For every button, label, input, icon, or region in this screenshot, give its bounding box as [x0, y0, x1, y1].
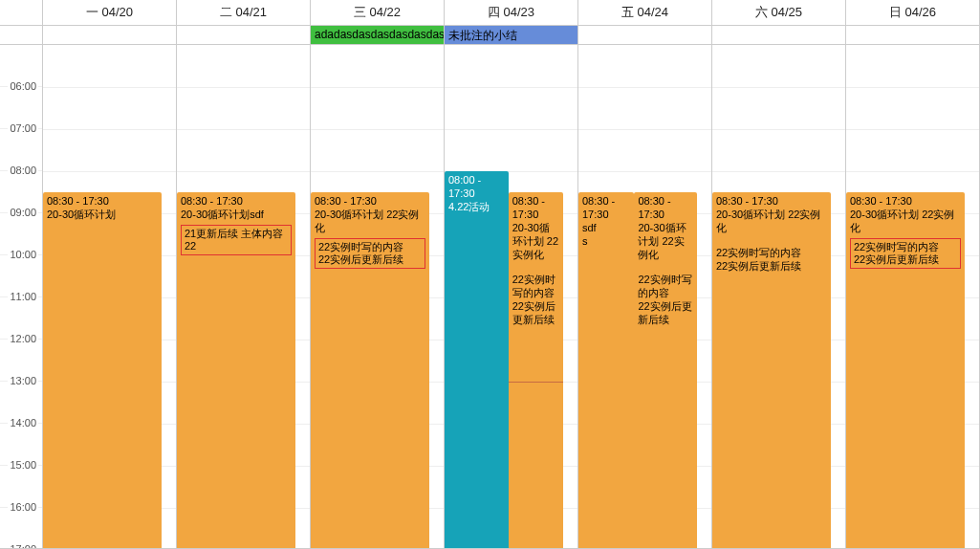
calendar-event[interactable]: 08:30 - 17:3020-30循环计划	[43, 192, 162, 549]
calendar-body: 06:0007:0008:0009:0010:0011:0012:0013:00…	[0, 45, 980, 549]
time-gutter-head	[0, 0, 43, 25]
event-note-line: 22实例后更新后续	[318, 253, 422, 266]
day-header-tue[interactable]: 二 04/21	[177, 0, 311, 25]
event-note-line: 22实例后更新后续	[716, 259, 827, 273]
event-title: 20-30循环计划	[47, 208, 158, 221]
calendar-event[interactable]: 08:30 - 17:3020-30循环计划 22实例化22实例时写的内容22实…	[509, 192, 563, 549]
event-note-line: 22实例时写的内容	[318, 241, 422, 253]
day-col-wed[interactable]: 08:30 - 17:3020-30循环计划 22实例化22实例时写的内容22实…	[311, 45, 445, 549]
day-header-wed[interactable]: 三 04/22	[311, 0, 445, 25]
allday-cell-thu[interactable]: 未批注的小结	[445, 26, 578, 44]
day-header-thu[interactable]: 四 04/23	[445, 0, 578, 25]
day-col-mon[interactable]: 08:30 - 17:3020-30循环计划	[43, 45, 177, 549]
event-note-plain: 22实例时写的内容22实例后更新后续	[716, 246, 827, 273]
time-label: 11:00	[8, 291, 38, 302]
allday-cell-sat[interactable]	[712, 26, 846, 44]
event-note-line: 22实例后更新后续	[854, 253, 957, 266]
time-label: 16:00	[8, 501, 38, 513]
event-title: 20-30循环计划 22实例化	[716, 208, 827, 234]
event-time: 08:30 - 17:30	[850, 194, 961, 208]
event-time: 08:30 - 17:30	[315, 194, 425, 208]
event-note-line: 22实例时写的内容	[512, 273, 559, 299]
event-time: 08:30 - 17:30	[582, 194, 630, 221]
allday-cell-fri[interactable]	[578, 26, 712, 44]
event-note-box[interactable]: 22实例时写的内容22实例后更新后续	[850, 238, 961, 269]
allday-event-thu[interactable]: 未批注的小结	[445, 26, 577, 44]
event-time: 08:30 - 17:30	[47, 194, 158, 208]
time-label: 07:00	[8, 122, 38, 134]
calendar-event[interactable]: 08:00 - 17:304.22活动	[445, 171, 509, 549]
calendar-event[interactable]: 08:30 - 17:3020-30循环计划 22实例化22实例时写的内容22实…	[634, 192, 696, 549]
day-header-mon[interactable]: 一 04/20	[43, 0, 177, 25]
time-label: 08:00	[8, 165, 38, 176]
time-label: 15:00	[8, 459, 38, 471]
event-time: 08:30 - 17:30	[181, 194, 292, 208]
event-title: 4.22活动	[448, 200, 505, 213]
event-time: 08:30 - 17:30	[512, 194, 559, 221]
event-note-plain: 22实例时写的内容22实例后更新后续	[512, 273, 559, 326]
event-time: 08:00 - 17:30	[448, 173, 505, 200]
event-note-box[interactable]: 22实例时写的内容22实例后更新后续	[315, 238, 425, 269]
time-label: 09:00	[8, 207, 38, 218]
event-note-line: 21更新后续 主体内容22	[185, 228, 288, 253]
day-col-thu[interactable]: 08:00 - 17:304.22活动08:30 - 17:3020-30循环计…	[445, 45, 578, 549]
event-time: 08:30 - 17:30	[716, 194, 827, 208]
event-time: 08:30 - 17:30	[638, 194, 692, 221]
time-label: 17:00	[8, 543, 38, 549]
day-header-sun[interactable]: 日 04/26	[846, 0, 980, 25]
event-title: sdf	[582, 221, 630, 234]
allday-cell-mon[interactable]	[43, 26, 177, 44]
time-label: 13:00	[8, 375, 38, 386]
time-label: 06:00	[8, 80, 38, 92]
day-header-sat[interactable]: 六 04/25	[712, 0, 846, 25]
event-note-line: 22实例时写的内容	[638, 273, 692, 299]
day-header-row: 一 04/20 二 04/21 三 04/22 四 04/23 五 04/24 …	[0, 0, 980, 26]
event-title: 20-30循环计划 22实例化	[638, 221, 692, 261]
allday-gutter	[0, 26, 43, 44]
event-note-box[interactable]: 21更新后续 主体内容22	[181, 225, 292, 255]
event-title: 20-30循环计划 22实例化	[512, 221, 559, 261]
allday-cell-wed[interactable]: adadasdasdasdasdasdas	[311, 26, 445, 44]
calendar-week-view: 一 04/20 二 04/21 三 04/22 四 04/23 五 04/24 …	[0, 0, 980, 549]
event-title: 20-30循环计划 22实例化	[850, 208, 961, 234]
time-gutter: 06:0007:0008:0009:0010:0011:0012:0013:00…	[0, 45, 43, 549]
event-note-line: 22实例时写的内容	[854, 241, 957, 253]
event-note-line: 22实例后更新后续	[512, 299, 559, 326]
now-indicator	[509, 382, 563, 383]
event-note-plain: 22实例时写的内容22实例后更新后续	[638, 273, 692, 326]
allday-event-wed[interactable]: adadasdasdasdasdasdas	[311, 26, 444, 44]
event-title: 20-30循环计划sdf	[181, 208, 292, 221]
day-col-sat[interactable]: 08:30 - 17:3020-30循环计划 22实例化22实例时写的内容22实…	[712, 45, 846, 549]
event-note-line: 22实例后更新后续	[638, 299, 692, 326]
time-label: 12:00	[8, 333, 38, 344]
time-label: 10:00	[8, 249, 38, 260]
calendar-event[interactable]: 08:30 - 17:3020-30循环计划 22实例化22实例时写的内容22实…	[712, 192, 831, 549]
day-col-fri[interactable]: 08:30 - 17:30sdfs08:30 - 17:3020-30循环计划 …	[578, 45, 712, 549]
day-header-fri[interactable]: 五 04/24	[578, 0, 712, 25]
allday-cell-tue[interactable]	[177, 26, 311, 44]
calendar-event[interactable]: 08:30 - 17:3020-30循环计划sdf21更新后续 主体内容22	[177, 192, 295, 549]
calendar-event[interactable]: 08:30 - 17:3020-30循环计划 22实例化22实例时写的内容22实…	[846, 192, 965, 549]
allday-row: adadasdasdasdasdasdas 未批注的小结	[0, 26, 980, 45]
calendar-event[interactable]: 08:30 - 17:3020-30循环计划 22实例化22实例时写的内容22实…	[311, 192, 429, 549]
day-col-tue[interactable]: 08:30 - 17:3020-30循环计划sdf21更新后续 主体内容22	[177, 45, 311, 549]
event-title: 20-30循环计划 22实例化	[315, 208, 425, 234]
day-col-sun[interactable]: 08:30 - 17:3020-30循环计划 22实例化22实例时写的内容22实…	[846, 45, 980, 549]
time-label: 14:00	[8, 417, 38, 428]
calendar-event[interactable]: 08:30 - 17:30sdfs	[578, 192, 634, 549]
allday-cell-sun[interactable]	[846, 26, 980, 44]
event-subtitle: s	[582, 234, 630, 248]
event-note-line: 22实例时写的内容	[716, 246, 827, 259]
